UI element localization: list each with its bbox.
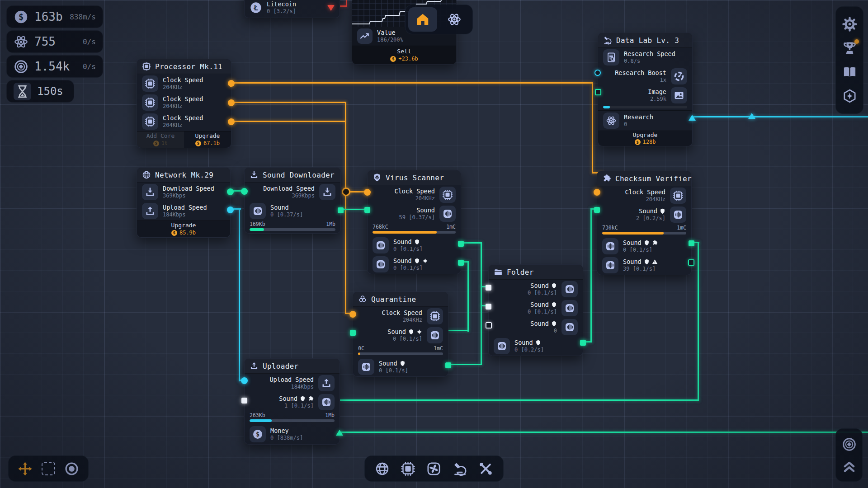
research-boost-input-port-empty[interactable]	[594, 70, 601, 76]
guide-button[interactable]	[842, 65, 857, 80]
sound-input-port[interactable]	[486, 304, 491, 310]
research-view-button[interactable]	[440, 7, 469, 32]
clock-speed-row[interactable]: Clock Speed204KHz	[353, 307, 448, 326]
clock-input-port[interactable]	[594, 189, 600, 196]
collapse-button[interactable]	[842, 459, 857, 474]
sound-verified-output-row[interactable]: Sound0 [0.1/s]	[597, 237, 691, 256]
points-button[interactable]	[842, 437, 857, 452]
sound-output-row[interactable]: Sound0 [0.37/s]	[245, 202, 340, 221]
sound-output-row[interactable]: Sound0 [0.2/s]	[489, 337, 583, 356]
sound-output-port[interactable]	[689, 240, 694, 246]
puzzle-icon	[602, 174, 611, 183]
sound-clean-output-row[interactable]: Sound0 [0.1/s]	[368, 236, 461, 255]
sound-output-port[interactable]	[458, 260, 464, 266]
cooling-tab-button[interactable]	[426, 461, 441, 476]
shield-icon	[535, 340, 541, 346]
download-input-port[interactable]	[241, 188, 248, 195]
sound-output-port[interactable]	[445, 362, 451, 368]
research-output-port[interactable]	[689, 115, 696, 121]
sound-input-row[interactable]: Sound59 [0.37/s]	[368, 204, 461, 223]
add-core-button[interactable]: Add Core $1t	[137, 131, 184, 148]
research-output-row[interactable]: Research0	[598, 111, 692, 131]
download-output-port[interactable]	[227, 188, 234, 195]
select-tool-button[interactable]	[42, 462, 55, 475]
node-quarantine[interactable]: Quarantine Clock Speed204KHz Sound0 [0.1…	[353, 291, 448, 377]
download-speed-row[interactable]: Download Speed369Kbps	[245, 183, 340, 202]
clock-output-port[interactable]	[228, 99, 235, 106]
clock-output-port[interactable]	[228, 80, 235, 87]
sound-output-port[interactable]	[580, 340, 586, 346]
sound-input-port[interactable]	[364, 207, 370, 213]
money-output-row[interactable]: $ Money0 [838m/s]	[245, 424, 340, 444]
sound-infected-output-row[interactable]: Sound0 [0.1/s]	[368, 255, 461, 274]
sound-clean-output-row[interactable]: Sound0 [0.1/s]	[353, 357, 448, 376]
cpu-icon	[427, 308, 443, 324]
sound-input-row[interactable]: Sound0 [0.1/s]	[489, 280, 583, 299]
clock-input-port[interactable]	[364, 189, 371, 196]
achievements-button[interactable]	[842, 41, 857, 56]
upload-input-port[interactable]	[241, 377, 248, 384]
node-processor[interactable]: Processor Mk.11 Clock Speed204KHz Clock …	[137, 59, 231, 148]
upload-speed-row[interactable]: Upload Speed184Kbps	[137, 202, 230, 221]
settings-button[interactable]	[842, 17, 857, 32]
research-boost-row[interactable]: Research Boost1x	[598, 67, 692, 86]
upgrade-button[interactable]: Upgrade $85.9b	[137, 221, 230, 237]
clock-speed-row[interactable]: Clock Speed204KHz	[137, 93, 231, 112]
sound-input-row[interactable]: Sound0 [0.1/s]	[489, 299, 583, 318]
clock-output-port[interactable]	[228, 118, 235, 125]
prestige-button[interactable]	[842, 89, 857, 103]
node-uploader[interactable]: Uploader Upload Speed184Kbps Sound1 [0.1…	[244, 358, 340, 445]
focus-tool-button[interactable]	[64, 461, 79, 476]
sound-input-port[interactable]	[350, 330, 356, 336]
node-title: Sound Downloader	[263, 171, 335, 179]
node-litecoin[interactable]: Ł Litecoin 0 [3.2/s]	[244, 0, 340, 18]
node-checksum-verifier[interactable]: Checksum Verifier Clock Speed204KHz Soun…	[597, 171, 692, 275]
image-input-port-empty[interactable]	[595, 89, 601, 95]
gauge-icon	[671, 68, 687, 84]
sound-failed-output-row[interactable]: Sound39 [0.1/s]	[597, 256, 691, 275]
research-tab-button[interactable]	[453, 461, 467, 476]
download-speed-row[interactable]: Download Speed369Kbps	[137, 183, 230, 202]
sound-output-port[interactable]	[338, 207, 344, 213]
clock-input-port[interactable]	[349, 311, 356, 318]
clock-speed-row[interactable]: Clock Speed204KHz	[137, 74, 231, 93]
workshop-tab-button[interactable]	[478, 461, 493, 476]
sound-input-row[interactable]: Sound1 [0.1/s]	[245, 393, 340, 412]
home-view-button[interactable]	[408, 7, 437, 32]
upgrade-button[interactable]: Upgrade $67.1b	[184, 131, 231, 148]
move-tool-button[interactable]	[18, 461, 33, 476]
wire-junction[interactable]	[342, 188, 350, 196]
trend-icon	[357, 28, 373, 44]
sound-input-row[interactable]: Sound0 [0.1/s]	[353, 326, 448, 345]
node-network[interactable]: Network Mk.29 Download Speed369Kbps Uplo…	[137, 167, 231, 238]
sound-input-port[interactable]	[486, 285, 491, 291]
money-output-port[interactable]	[336, 430, 343, 436]
node-sound-downloader[interactable]: Sound Downloader Download Speed369Kbps S…	[244, 167, 341, 234]
litecoin-output-port-blocked[interactable]	[327, 5, 335, 11]
cpu-icon	[439, 187, 456, 203]
clock-speed-row[interactable]: Clock Speed204KHz	[368, 185, 461, 204]
sell-button[interactable]: Sell $+23.6b	[352, 46, 456, 64]
upload-output-port[interactable]	[227, 206, 234, 213]
processor-tab-button[interactable]	[401, 461, 415, 476]
node-folder[interactable]: Folder Sound0 [0.1/s] Sound0 [0.1/s] Sou…	[488, 264, 583, 356]
sound-input-row[interactable]: Sound2 [0.2/s]	[597, 205, 691, 224]
node-virus-scanner[interactable]: Virus Scanner Clock Speed204KHz Sound59 …	[367, 170, 461, 274]
upload-speed-row[interactable]: Upload Speed184Kbps	[245, 374, 340, 393]
research-speed-row[interactable]: Research Speed0.8/s	[598, 48, 692, 67]
sound-output-port-empty[interactable]	[688, 259, 694, 266]
upgrade-button[interactable]: Upgrade $128b	[598, 131, 692, 146]
image-input-row[interactable]: Image2.59k	[598, 86, 692, 105]
litecoin-icon: Ł	[250, 1, 262, 14]
sound-output-port[interactable]	[458, 241, 464, 247]
game-canvas[interactable]: { "resources": { "money": {"value": "163…	[0, 0, 868, 488]
shield-icon	[551, 321, 557, 327]
clock-speed-row[interactable]: Clock Speed204KHz	[597, 186, 691, 205]
node-data-lab[interactable]: Data Lab Lv. 3 Research Speed0.8/s Resea…	[598, 33, 693, 146]
network-tab-button[interactable]	[375, 461, 390, 476]
sound-input-row[interactable]: Sound0	[489, 318, 583, 337]
sound-input-port[interactable]	[594, 207, 600, 213]
clock-speed-row[interactable]: Clock Speed204KHz	[137, 112, 231, 131]
sound-input-port[interactable]	[241, 398, 247, 404]
sound-input-port-empty[interactable]	[486, 322, 492, 328]
